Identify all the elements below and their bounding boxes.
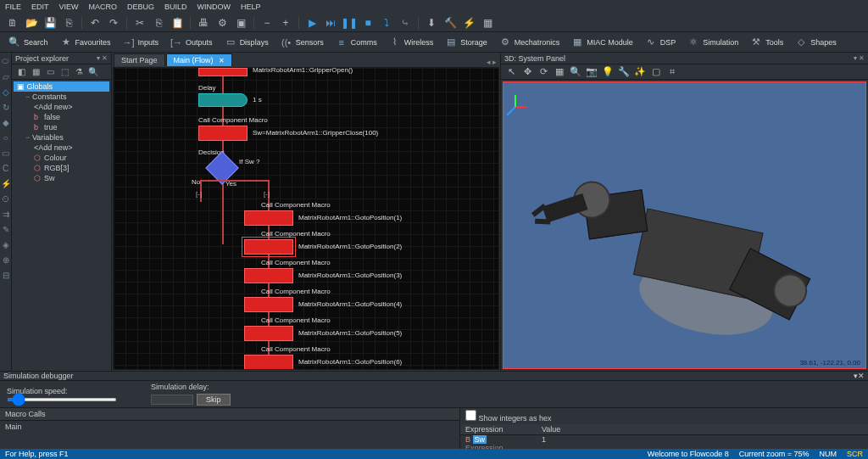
save-icon[interactable]: 💾 — [42, 15, 58, 31]
tree-true[interactable]: btrue — [14, 122, 109, 132]
ribbon-search[interactable]: 🔍Search — [5, 35, 52, 50]
tree-false[interactable]: bfalse — [14, 112, 109, 122]
flow-block-delay[interactable] — [198, 93, 248, 107]
gutter-calc-icon[interactable]: ▱ — [1, 71, 11, 81]
step-icon[interactable]: ⏭ — [323, 15, 338, 31]
flow-block-macro[interactable] — [244, 210, 293, 226]
ribbon-inputs[interactable]: →]Inputs — [120, 35, 163, 50]
gutter-delay-icon[interactable]: ⏲ — [1, 193, 11, 204]
camera-icon[interactable]: 📷 — [585, 65, 598, 79]
paste-icon[interactable]: 📋 — [170, 15, 185, 31]
redo-icon[interactable]: ↷ — [106, 15, 121, 31]
ribbon-displays[interactable]: ▭Displays — [221, 35, 272, 50]
sim-speed-slider[interactable] — [7, 398, 117, 401]
filter-icon[interactable]: ⚗ — [73, 66, 85, 78]
undo-icon[interactable]: ↶ — [87, 15, 103, 31]
pan-icon[interactable]: ✥ — [520, 65, 534, 79]
flow-block-macro[interactable] — [198, 68, 248, 76]
tab-prev-icon[interactable]: ◂ — [487, 58, 491, 66]
tree-add-const[interactable]: <Add new> — [14, 102, 109, 112]
ribbon-simulation[interactable]: ⚛Simulation — [684, 35, 742, 50]
stepinto-icon[interactable]: ⤷ — [398, 15, 413, 31]
print-icon[interactable]: 🖶 — [196, 15, 211, 31]
zoomout-icon[interactable]: − — [259, 15, 275, 31]
ribbon-tools[interactable]: ⚒Tools — [747, 35, 787, 50]
3d-viewport[interactable]: 38.61, -122.21, 0.00 — [503, 81, 866, 369]
program-icon[interactable]: ⚡ — [461, 15, 476, 31]
play-icon[interactable]: ▶ — [304, 15, 320, 31]
tree-constants[interactable]: −Constants — [14, 92, 109, 102]
ribbon-sensors[interactable]: ((•Sensors — [277, 35, 327, 50]
snap-icon[interactable]: ⌗ — [665, 65, 679, 79]
copy-icon[interactable]: ⎘ — [151, 15, 166, 31]
chip-icon[interactable]: ▣ — [233, 15, 248, 31]
gutter-flow-icon[interactable]: ⬭ — [1, 56, 11, 66]
ports-icon[interactable]: ◧ — [15, 66, 27, 78]
new-icon[interactable]: 🗎 — [5, 15, 20, 31]
flow-block-macro[interactable] — [244, 326, 293, 341]
ribbon-outputs[interactable]: [→Outputs — [167, 35, 216, 50]
ribbon-miac[interactable]: ▦MIAC Module — [568, 35, 637, 50]
menu-edit[interactable]: EDIT — [31, 3, 49, 11]
gutter-dec-icon[interactable]: ◆ — [1, 117, 11, 127]
menu-macro[interactable]: MACRO — [89, 3, 118, 11]
menu-view[interactable]: VIEW — [59, 3, 79, 11]
dash-icon[interactable]: ▦ — [480, 15, 495, 31]
gutter-state-icon[interactable]: ◈ — [1, 239, 11, 249]
tab-start[interactable]: Start Page — [114, 53, 165, 66]
var-row[interactable]: B Sw 1 — [460, 435, 868, 444]
wand-icon[interactable]: ✨ — [633, 65, 647, 79]
skip-button[interactable]: Skip — [197, 394, 231, 406]
rotate-icon[interactable]: ⟳ — [537, 65, 550, 79]
ribbon-mechatronics[interactable]: ⚙Mechatronics — [496, 35, 564, 50]
tree-add-var[interactable]: <Add new> — [14, 143, 109, 153]
tree-globals[interactable]: ▣ Globals — [14, 81, 109, 92]
ribbon-wireless[interactable]: ⌇Wireless — [386, 35, 437, 50]
tree-sw[interactable]: ⬡Sw — [14, 173, 109, 183]
pin-icon[interactable]: ▾ — [854, 54, 857, 62]
flowchart-canvas[interactable]: MatrixRobotArm1::GripperOpen() Delay 1 s… — [113, 67, 499, 370]
grid3d-icon[interactable]: ▢ — [649, 65, 663, 79]
collapse-toggle[interactable]: [-] — [196, 190, 202, 198]
light-icon[interactable]: 💡 — [601, 65, 615, 79]
menu-help[interactable]: HELP — [241, 3, 261, 11]
gutter-comp-icon[interactable]: ▭ — [1, 148, 11, 158]
pause-icon[interactable]: ❚❚ — [342, 15, 357, 31]
tree-rgb[interactable]: ⬡RGB[3] — [14, 163, 109, 173]
gutter-c-icon[interactable]: C — [1, 163, 11, 173]
flow-block-macro[interactable] — [244, 297, 293, 312]
close-icon[interactable]: ✕ — [102, 54, 108, 62]
macros-icon[interactable]: ▭ — [44, 66, 56, 78]
menu-debug[interactable]: DEBUG — [127, 3, 154, 11]
menu-window[interactable]: WINDOW — [198, 3, 231, 11]
compile-icon[interactable]: ⬇ — [424, 15, 439, 31]
collapse-toggle[interactable]: [-] — [264, 190, 270, 198]
flow-block-macro-selected[interactable] — [244, 239, 293, 255]
wrench-icon[interactable]: 🔧 — [617, 65, 631, 79]
tree-colour[interactable]: ⬡Colour — [14, 153, 109, 163]
saveall-icon[interactable]: ⎘ — [61, 15, 76, 31]
tab-main[interactable]: Main (Flow)✕ — [166, 53, 232, 66]
settings-icon[interactable]: ⚙ — [214, 15, 230, 31]
zoomin-icon[interactable]: + — [278, 15, 293, 31]
ribbon-storage[interactable]: ▤Storage — [442, 35, 491, 50]
flow-block-macro[interactable] — [244, 355, 293, 370]
flow-block-macro[interactable] — [198, 126, 248, 141]
gutter-io-icon[interactable]: ◇ — [1, 87, 11, 97]
globals-icon[interactable]: ▦ — [30, 66, 42, 78]
cursor-icon[interactable]: ↖ — [504, 65, 518, 79]
gutter-loop-icon[interactable]: ↻ — [1, 102, 11, 112]
comps-icon[interactable]: ⬚ — [58, 66, 70, 78]
gutter-misc2-icon[interactable]: ⊟ — [1, 270, 11, 280]
pin-icon[interactable]: ▾ — [97, 54, 100, 62]
stepover-icon[interactable]: ⤵ — [379, 15, 394, 31]
gutter-misc1-icon[interactable]: ⊕ — [1, 255, 11, 265]
view-icon[interactable]: ▦ — [553, 65, 566, 79]
gutter-conn-icon[interactable]: ○ — [1, 132, 11, 143]
tree-variables[interactable]: −Variables — [14, 132, 109, 143]
gutter-switch-icon[interactable]: ⇉ — [1, 209, 11, 219]
flow-block-macro[interactable] — [244, 268, 293, 283]
macro-main[interactable]: Main — [0, 421, 459, 452]
tab-next-icon[interactable]: ▸ — [492, 58, 497, 66]
gutter-int-icon[interactable]: ⚡ — [1, 178, 11, 188]
